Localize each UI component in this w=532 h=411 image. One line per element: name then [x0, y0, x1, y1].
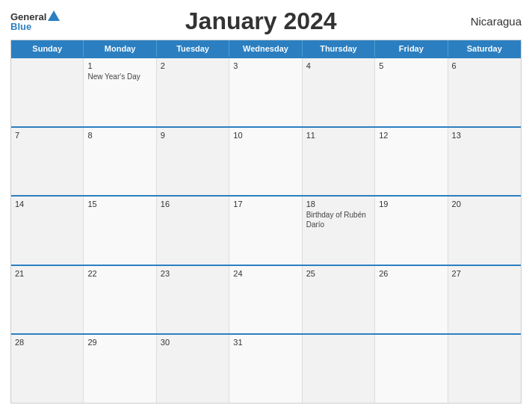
day-header-tuesday: Tuesday — [157, 40, 229, 57]
page-header: General Blue January 2024 Nicaragua — [10, 7, 522, 35]
day-number: 11 — [306, 131, 371, 140]
cal-cell: 29 — [84, 335, 156, 403]
month-title: January 2024 — [60, 7, 462, 35]
day-number: 22 — [87, 269, 152, 278]
cal-cell: 1New Year's Day — [84, 58, 156, 126]
day-number: 27 — [452, 269, 517, 278]
cal-cell — [11, 58, 84, 126]
calendar-page: General Blue January 2024 Nicaragua Sund… — [0, 0, 532, 411]
cal-cell: 12 — [375, 128, 448, 196]
day-number: 28 — [15, 338, 79, 347]
cal-cell: 18Birthday of Rubén Darío — [303, 197, 375, 265]
calendar-body: 1New Year's Day2345678910111213141516171… — [11, 57, 521, 403]
cal-cell: 5 — [375, 58, 448, 126]
event-text: Birthday of Rubén Darío — [306, 210, 371, 229]
cal-cell: 13 — [448, 128, 521, 196]
day-number: 15 — [87, 200, 152, 208]
day-number: 21 — [15, 269, 79, 278]
day-number: 16 — [161, 200, 225, 208]
day-number: 1 — [87, 61, 152, 70]
cal-cell: 30 — [157, 335, 229, 403]
week-row-4: 28293031 — [11, 333, 521, 403]
day-number: 31 — [233, 338, 297, 347]
day-number: 25 — [306, 269, 371, 278]
week-row-2: 1415161718Birthday of Rubén Darío1920 — [11, 195, 521, 265]
cal-cell: 9 — [157, 128, 229, 196]
cal-cell: 21 — [11, 266, 84, 334]
day-number: 29 — [87, 338, 152, 347]
cal-cell: 19 — [375, 197, 448, 265]
day-number: 8 — [87, 131, 152, 140]
week-row-3: 21222324252627 — [11, 265, 521, 334]
day-number: 26 — [379, 269, 443, 278]
day-number: 30 — [161, 338, 225, 347]
cal-cell — [303, 335, 375, 403]
logo-general-text: General — [10, 12, 46, 22]
cal-cell: 25 — [303, 266, 375, 334]
day-header-sunday: Sunday — [11, 40, 84, 57]
day-header-thursday: Thursday — [303, 40, 375, 57]
day-number: 24 — [233, 269, 297, 278]
cal-cell: 22 — [84, 266, 156, 334]
calendar-header: SundayMondayTuesdayWednesdayThursdayFrid… — [11, 40, 521, 57]
week-row-0: 1New Year's Day23456 — [11, 57, 521, 126]
logo: General Blue — [10, 12, 60, 31]
day-number: 13 — [452, 131, 517, 140]
day-number: 17 — [233, 200, 297, 208]
logo-blue-text: Blue — [10, 22, 31, 31]
cal-cell: 16 — [157, 197, 229, 265]
day-number: 10 — [233, 131, 297, 140]
event-text: New Year's Day — [87, 72, 152, 81]
cal-cell: 2 — [157, 58, 229, 126]
calendar: SundayMondayTuesdayWednesdayThursdayFrid… — [10, 40, 522, 404]
cal-cell: 6 — [448, 58, 521, 126]
day-number: 18 — [306, 200, 371, 208]
cal-cell: 20 — [448, 197, 521, 265]
cal-cell: 11 — [303, 128, 375, 196]
cal-cell: 14 — [11, 197, 84, 265]
cal-cell: 4 — [303, 58, 375, 126]
day-header-friday: Friday — [375, 40, 448, 57]
cal-cell: 8 — [84, 128, 156, 196]
day-number: 7 — [15, 131, 79, 140]
day-number: 2 — [161, 61, 225, 70]
cal-cell: 15 — [84, 197, 156, 265]
cal-cell: 3 — [229, 58, 302, 126]
logo-triangle-icon — [48, 10, 60, 21]
day-header-saturday: Saturday — [448, 40, 521, 57]
cal-cell — [375, 335, 448, 403]
day-header-monday: Monday — [84, 40, 156, 57]
day-number: 23 — [161, 269, 225, 278]
country-label: Nicaragua — [462, 15, 522, 28]
day-number: 14 — [15, 200, 79, 208]
day-number: 6 — [452, 61, 517, 70]
cal-cell: 23 — [157, 266, 229, 334]
cal-cell: 7 — [11, 128, 84, 196]
cal-cell: 17 — [229, 197, 302, 265]
cal-cell: 31 — [229, 335, 302, 403]
day-number: 20 — [452, 200, 517, 208]
day-number: 3 — [233, 61, 297, 70]
cal-cell: 26 — [375, 266, 448, 334]
day-number: 12 — [379, 131, 443, 140]
cal-cell — [448, 335, 521, 403]
cal-cell: 24 — [229, 266, 302, 334]
day-number: 9 — [161, 131, 225, 140]
cal-cell: 28 — [11, 335, 84, 403]
day-number: 19 — [379, 200, 443, 208]
day-number: 4 — [306, 61, 371, 70]
cal-cell: 10 — [229, 128, 302, 196]
week-row-1: 78910111213 — [11, 126, 521, 196]
day-header-wednesday: Wednesday — [229, 40, 302, 57]
day-number: 5 — [379, 61, 443, 70]
cal-cell: 27 — [448, 266, 521, 334]
